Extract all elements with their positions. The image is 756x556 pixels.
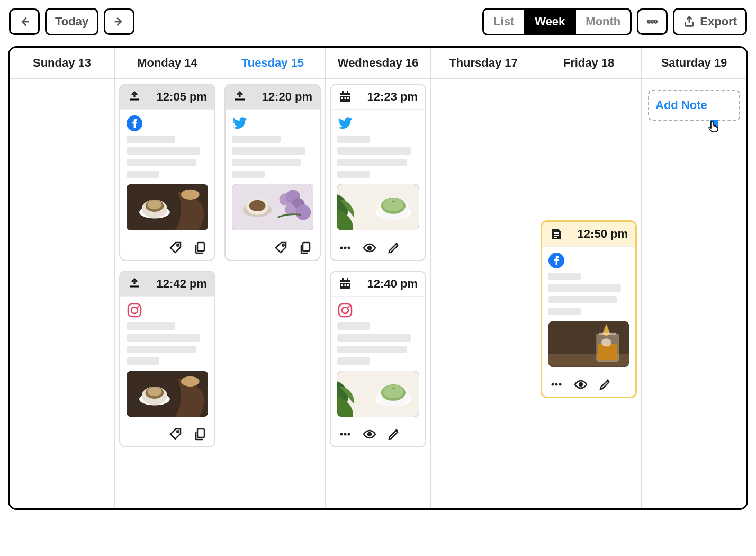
post-thumbnail: [232, 184, 313, 230]
pointer-cursor-icon: [706, 119, 720, 132]
view-switcher: List Week Month: [482, 8, 632, 35]
edit-icon[interactable]: [387, 241, 401, 255]
add-note-button[interactable]: Add Note: [648, 90, 740, 121]
ellipsis-icon: [646, 15, 659, 28]
day-header: Tuesday 15: [220, 48, 325, 79]
post-thumbnail: [548, 321, 629, 367]
facebook-icon: [548, 253, 564, 268]
post-card[interactable]: 12:05 pm: [119, 84, 215, 261]
more-menu-button[interactable]: [637, 8, 668, 35]
view-icon[interactable]: [363, 241, 376, 255]
post-card-header: 12:42 pm: [120, 272, 214, 297]
calendar-icon: [338, 277, 352, 291]
edit-icon[interactable]: [598, 378, 612, 391]
facebook-icon: [127, 115, 142, 131]
export-label: Export: [700, 15, 737, 29]
post-card-header: 12:40 pm: [331, 272, 425, 297]
day-header: Monday 14: [115, 48, 220, 79]
view-list[interactable]: List: [484, 10, 524, 34]
post-card-header: 12:20 pm: [226, 85, 320, 110]
post-text-placeholder: [127, 322, 208, 365]
document-icon: [550, 227, 563, 241]
day-header: Friday 18: [536, 48, 641, 79]
upload-icon: [128, 277, 141, 291]
tag-icon[interactable]: [274, 241, 288, 255]
more-icon[interactable]: [550, 378, 563, 391]
post-card-header: 12:05 pm: [120, 85, 214, 110]
upload-icon: [128, 90, 141, 104]
post-thumbnail: [337, 184, 419, 230]
post-time: 12:05 pm: [147, 90, 207, 104]
post-card-header: 12:50 pm: [542, 222, 635, 247]
post-card[interactable]: 12:42 pm: [119, 271, 215, 448]
post-text-placeholder: [127, 136, 208, 178]
day-header: Saturday 19: [642, 48, 746, 79]
post-text-placeholder: [337, 322, 419, 365]
more-icon[interactable]: [338, 427, 352, 441]
export-icon: [683, 15, 696, 28]
upload-icon: [233, 90, 247, 104]
export-button[interactable]: Export: [673, 8, 747, 35]
post-text-placeholder: [548, 273, 629, 315]
copy-icon[interactable]: [299, 241, 312, 255]
edit-icon[interactable]: [387, 427, 401, 441]
instagram-icon: [337, 302, 353, 318]
day-col-tuesday: Tuesday 15 12:20 pm: [220, 48, 326, 508]
post-text-placeholder: [232, 136, 313, 178]
add-note-label: Add Note: [655, 98, 707, 112]
post-card[interactable]: 12:23 pm: [330, 84, 426, 261]
post-time: 12:40 pm: [357, 277, 418, 291]
day-col-wednesday: Wednesday 16 12:23 pm: [326, 48, 431, 508]
post-thumbnail: [127, 371, 208, 417]
day-col-monday: Monday 14 12:05 pm: [115, 48, 220, 508]
calendar-icon: [338, 90, 352, 104]
twitter-icon: [337, 115, 353, 131]
post-card[interactable]: 12:40 pm: [330, 271, 426, 448]
post-card-header: 12:23 pm: [331, 85, 425, 110]
day-col-friday: Friday 18 12:50 pm: [536, 48, 642, 508]
today-button[interactable]: Today: [45, 8, 98, 35]
day-col-saturday: Saturday 19 Add Note: [642, 48, 746, 508]
tag-icon[interactable]: [169, 427, 183, 441]
next-button[interactable]: [104, 8, 134, 35]
day-col-sunday: Sunday 13: [10, 48, 115, 508]
copy-icon[interactable]: [193, 241, 207, 255]
arrow-right-icon: [113, 15, 125, 28]
arrow-left-icon: [18, 15, 31, 28]
more-icon[interactable]: [338, 241, 352, 255]
instagram-icon: [127, 302, 142, 318]
tag-icon[interactable]: [169, 241, 183, 255]
day-header: Wednesday 16: [326, 48, 430, 79]
day-col-thursday: Thursday 17: [431, 48, 536, 508]
view-icon[interactable]: [574, 378, 588, 391]
prev-button[interactable]: [9, 8, 40, 35]
day-header: Thursday 17: [431, 48, 536, 79]
post-time: 12:23 pm: [357, 90, 418, 104]
post-card[interactable]: 12:20 pm: [224, 84, 321, 261]
post-time: 12:20 pm: [252, 90, 312, 104]
calendar-week-grid: Sunday 13 Monday 14 12:05 pm: [8, 46, 748, 510]
post-thumbnail: [337, 371, 419, 417]
post-time: 12:42 pm: [147, 277, 207, 291]
post-time: 12:50 pm: [569, 227, 628, 241]
copy-icon[interactable]: [193, 427, 207, 441]
post-card[interactable]: 12:50 pm: [541, 220, 637, 398]
post-text-placeholder: [337, 136, 419, 178]
twitter-icon: [232, 115, 248, 131]
view-month[interactable]: Month: [574, 10, 630, 34]
post-thumbnail: [127, 184, 208, 230]
view-icon[interactable]: [363, 427, 376, 441]
day-header: Sunday 13: [10, 48, 114, 79]
view-week[interactable]: Week: [524, 10, 574, 34]
